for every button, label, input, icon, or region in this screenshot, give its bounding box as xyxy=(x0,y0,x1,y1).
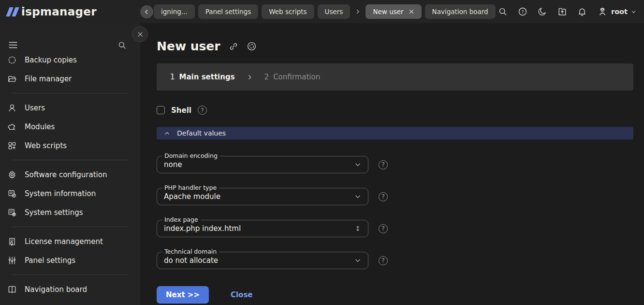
section-title: Default values xyxy=(177,129,226,137)
sidebar-item-label: System information xyxy=(25,189,96,198)
technical-domain-help-icon[interactable]: ? xyxy=(379,256,388,265)
tab-truncated[interactable]: igning... xyxy=(154,4,195,19)
close-panel-button[interactable] xyxy=(132,26,148,42)
server-info-icon xyxy=(7,189,17,198)
php-handler-select[interactable]: PHP handler type Apache module xyxy=(157,188,368,205)
tab-separator-chevron-icon xyxy=(353,9,362,15)
logo-icon xyxy=(8,7,17,16)
app-logo: ispmanager xyxy=(0,5,140,18)
sidebar-divider xyxy=(12,274,129,275)
sidebar-item-label: Panel settings xyxy=(25,256,75,265)
sidebar-item-web-scripts[interactable]: Web scripts xyxy=(0,136,140,155)
wizard-step-main-settings[interactable]: 1 Main settings xyxy=(170,73,235,81)
user-chevron-down-icon xyxy=(631,9,636,15)
page-title: New user xyxy=(157,39,220,53)
index-page-help-icon[interactable]: ? xyxy=(379,224,388,233)
license-badge-icon xyxy=(7,237,17,246)
hamburger-menu-icon[interactable] xyxy=(8,40,18,50)
sidebar: Backup copies File manager Users Module xyxy=(0,23,140,305)
sidebar-item-system-information[interactable]: System information xyxy=(0,184,140,203)
next-button[interactable]: Next >> xyxy=(157,286,209,304)
chevron-down-icon[interactable] xyxy=(354,257,361,264)
help-circle-icon[interactable]: ? xyxy=(518,7,527,16)
sidebar-item-label: File manager xyxy=(25,75,72,83)
close-icon xyxy=(137,31,144,38)
user-menu[interactable]: root xyxy=(597,6,636,17)
export-folder-icon[interactable] xyxy=(557,7,567,16)
shell-option: Shell ? xyxy=(157,106,633,115)
user-icon xyxy=(7,103,17,113)
root-user-crown-icon xyxy=(597,6,608,17)
search-icon[interactable] xyxy=(498,7,508,16)
sidebar-divider xyxy=(12,93,129,93)
domain-encoding-help-icon[interactable]: ? xyxy=(379,160,388,169)
folder-icon xyxy=(7,74,17,84)
field-value: Apache module xyxy=(164,192,220,201)
shell-help-icon[interactable]: ? xyxy=(198,106,207,115)
shell-label: Shell xyxy=(171,106,191,115)
sidebar-search-icon[interactable] xyxy=(117,41,127,50)
tab-bar: igning... Panel settings Web scripts Use… xyxy=(140,4,496,19)
close-link[interactable]: Close xyxy=(231,290,253,299)
sidebar-item-backup-copies[interactable]: Backup copies xyxy=(0,56,140,69)
grid-plus-icon xyxy=(7,141,17,151)
tab-label: igning... xyxy=(161,8,188,15)
sidebar-item-system-settings[interactable]: System settings xyxy=(0,203,140,222)
sidebar-item-software-configuration[interactable]: Software configuration xyxy=(0,165,140,184)
tab-users[interactable]: Users xyxy=(318,4,351,19)
default-values-section-header[interactable]: Default values xyxy=(157,127,633,139)
field-label: Technical domain xyxy=(162,248,219,255)
sidebar-item-label: Users xyxy=(25,104,45,112)
sidebar-item-file-manager[interactable]: File manager xyxy=(0,69,140,88)
form-settings-icon[interactable] xyxy=(247,41,257,51)
form-actions: Next >> Close xyxy=(157,286,633,304)
sliders-icon xyxy=(7,256,17,265)
tab-new-user[interactable]: New user xyxy=(366,4,421,19)
dark-mode-moon-icon[interactable] xyxy=(538,7,547,16)
tab-label: Navigation board xyxy=(432,8,488,15)
sidebar-item-label: License management xyxy=(25,237,103,246)
sidebar-item-label: Navigation board xyxy=(25,285,87,294)
tab-close-icon[interactable] xyxy=(409,9,414,15)
sidebar-item-label: Web scripts xyxy=(25,141,67,150)
sidebar-divider xyxy=(12,160,129,160)
index-page-input[interactable]: Index page index.php index.html xyxy=(157,220,368,237)
gear-icon xyxy=(7,170,17,180)
field-value: none xyxy=(164,160,182,169)
sidebar-item-users[interactable]: Users xyxy=(0,98,140,117)
copy-link-icon[interactable] xyxy=(229,42,238,51)
sidebar-item-modules[interactable]: Modules xyxy=(0,117,140,136)
sidebar-item-label: System settings xyxy=(25,208,83,217)
tabs-scroll-left-button[interactable] xyxy=(140,5,153,18)
tab-navigation-board[interactable]: Navigation board xyxy=(425,4,496,19)
tab-label: Web scripts xyxy=(269,8,307,15)
sidebar-divider xyxy=(12,227,129,227)
topbar-icons: ? root xyxy=(498,6,644,17)
sidebar-item-navigation-board[interactable]: Navigation board xyxy=(0,280,140,299)
wizard-step-confirmation[interactable]: 2 Confirmation xyxy=(264,73,321,81)
sidebar-item-license-management[interactable]: License management xyxy=(0,232,140,251)
chevron-down-icon[interactable] xyxy=(354,193,361,200)
topbar: ispmanager igning... Panel settings Web … xyxy=(0,0,644,23)
wizard-steps: 1 Main settings 2 Confirmation xyxy=(157,63,633,91)
chevron-down-icon[interactable] xyxy=(354,161,361,168)
sidebar-item-panel-settings[interactable]: Panel settings xyxy=(0,251,140,270)
step-label: Main settings xyxy=(179,73,235,81)
php-handler-help-icon[interactable]: ? xyxy=(379,192,388,201)
domain-encoding-select[interactable]: Domain encoding none xyxy=(157,156,368,173)
sidebar-nav: Backup copies File manager Users Module xyxy=(0,56,140,305)
technical-domain-select[interactable]: Technical domain do not allocate xyxy=(157,252,368,269)
chevron-left-icon xyxy=(144,9,150,15)
page-header: New user xyxy=(157,23,633,53)
shell-checkbox[interactable] xyxy=(157,106,165,114)
notifications-bell-icon[interactable] xyxy=(577,7,587,16)
field-label: PHP handler type xyxy=(162,184,219,191)
tab-panel-settings[interactable]: Panel settings xyxy=(198,4,259,19)
logo-text: ispmanager xyxy=(21,5,97,18)
tab-web-scripts[interactable]: Web scripts xyxy=(262,4,314,19)
svg-text:?: ? xyxy=(521,9,524,15)
username: root xyxy=(611,8,628,15)
field-label: Index page xyxy=(162,216,201,223)
resize-updown-icon[interactable] xyxy=(354,225,361,232)
field-value: do not allocate xyxy=(164,256,218,265)
